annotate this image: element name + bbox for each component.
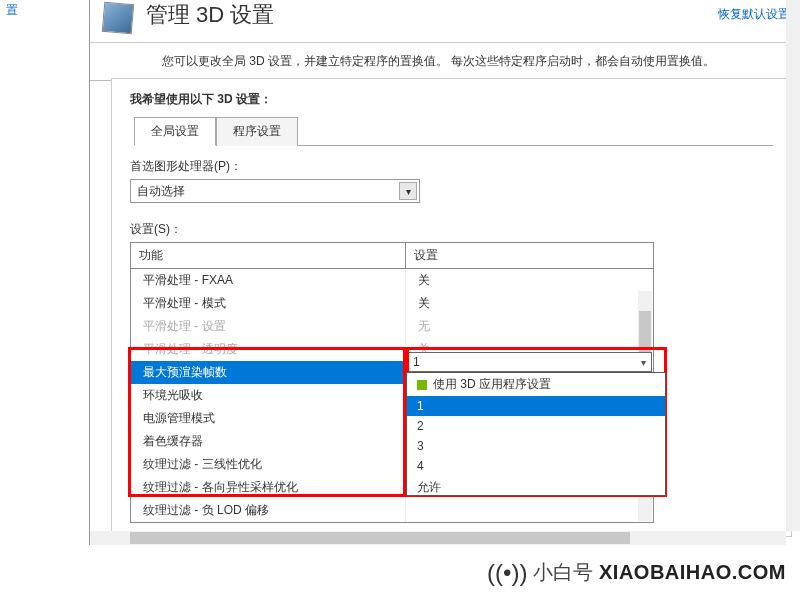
section-label: 我希望使用以下 3D 设置： <box>130 91 773 108</box>
dropdown-option[interactable]: 3 <box>407 436 665 456</box>
chevron-down-icon: ▾ <box>635 353 651 371</box>
header: 管理 3D 设置 恢复默认设置 <box>90 0 800 43</box>
horizontal-scrollbar[interactable] <box>90 531 786 545</box>
brand-name: 小白号 <box>533 559 593 586</box>
table-header: 功能 设置 <box>131 243 653 269</box>
gpu-dropdown[interactable]: 自动选择 ▾ <box>130 179 420 203</box>
table-row[interactable]: 平滑处理 - 模式关 <box>131 292 653 315</box>
main-panel: 管理 3D 设置 恢复默认设置 您可以更改全局 3D 设置，并建立特定程序的置换… <box>90 0 800 545</box>
description-text: 您可以更改全局 3D 设置，并建立特定程序的置换值。 每次这些特定程序启动时，都… <box>90 43 800 81</box>
tab-global[interactable]: 全局设置 <box>134 117 216 146</box>
nav-item-truncated[interactable]: 置 <box>0 0 89 21</box>
left-sidebar: 置 <box>0 0 90 545</box>
value-combobox-text: 1 <box>413 355 420 369</box>
gpu-dropdown-value: 自动选择 <box>137 183 185 200</box>
value-combobox[interactable]: 1 ▾ <box>406 352 652 372</box>
nvidia-icon <box>417 380 427 390</box>
dropdown-option[interactable]: 使用 3D 应用程序设置 <box>407 373 665 396</box>
page-title: 管理 3D 设置 <box>146 0 718 30</box>
value-dropdown-list[interactable]: 使用 3D 应用程序设置 1 2 3 4 允许 <box>406 372 666 496</box>
gpu-label: 首选图形处理器(P)： <box>130 158 773 175</box>
chevron-down-icon: ▾ <box>399 182 417 200</box>
dropdown-option-selected[interactable]: 1 <box>407 396 665 416</box>
scrollbar-thumb[interactable] <box>130 532 630 544</box>
tab-program[interactable]: 程序设置 <box>216 117 298 146</box>
content-area: 我希望使用以下 3D 设置： 全局设置 程序设置 首选图形处理器(P)： 自动选… <box>111 78 792 537</box>
brand-domain: XIAOBAIHAO.COM <box>599 561 786 584</box>
dropdown-option[interactable]: 2 <box>407 416 665 436</box>
table-body: 平滑处理 - FXAA关 平滑处理 - 模式关 平滑处理 - 设置无 平滑处理 … <box>131 269 653 522</box>
dropdown-option[interactable]: 4 <box>407 456 665 476</box>
table-row[interactable]: 平滑处理 - 设置无 <box>131 315 653 338</box>
table-row[interactable]: 纹理过滤 - 负 LOD 偏移 <box>131 499 653 522</box>
brand-footer: ((•)) 小白号 XIAOBAIHAO.COM <box>0 545 800 600</box>
dropdown-option[interactable]: 允许 <box>407 476 665 496</box>
vertical-scrollbar[interactable] <box>786 0 800 531</box>
restore-defaults-link[interactable]: 恢复默认设置 <box>718 6 790 23</box>
settings-table: 功能 设置 平滑处理 - FXAA关 平滑处理 - 模式关 平滑处理 - 设置无… <box>130 242 654 523</box>
settings-3d-icon <box>100 0 136 36</box>
broadcast-icon: ((•)) <box>487 559 527 587</box>
col-value: 设置 <box>406 243 653 268</box>
col-feature: 功能 <box>131 243 406 268</box>
tab-bar: 全局设置 程序设置 <box>134 116 773 146</box>
settings-label: 设置(S)： <box>130 221 773 238</box>
table-row[interactable]: 平滑处理 - FXAA关 <box>131 269 653 292</box>
